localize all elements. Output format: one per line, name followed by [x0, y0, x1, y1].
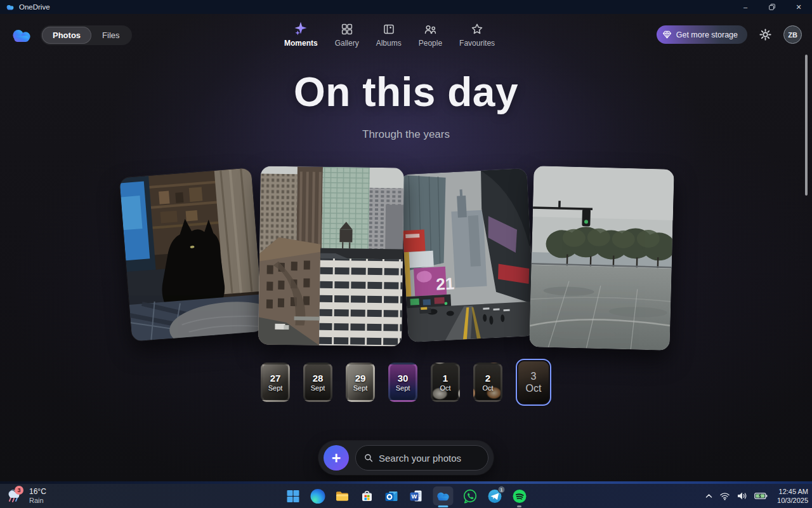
onedrive-logo-icon: [10, 29, 33, 43]
outlook-icon: [384, 488, 400, 504]
taskbar-edge[interactable]: [310, 488, 326, 504]
search-icon: [364, 453, 373, 463]
settings-gear-icon[interactable]: [759, 29, 771, 41]
date-card-28-sept[interactable]: 28 Sept: [303, 363, 332, 402]
clock[interactable]: 12:45 AM 10/3/2025: [775, 487, 808, 505]
spotify-icon: [512, 489, 527, 504]
tray-time: 12:45 AM: [777, 487, 808, 496]
window-title: OneDrive: [19, 3, 50, 11]
taskbar-telegram[interactable]: 1: [487, 488, 503, 504]
nav-albums[interactable]: Albums: [376, 22, 402, 48]
nav-favourites[interactable]: Favourites: [459, 22, 495, 48]
city-buildings-photo: [258, 166, 404, 346]
date-card-27-sept[interactable]: 27 Sept: [261, 363, 290, 402]
maximize-button[interactable]: [759, 0, 785, 14]
date-card-2-oct[interactable]: 2 Oct: [473, 363, 502, 402]
battery-charging-icon[interactable]: [754, 491, 768, 500]
taskbar-file-explorer[interactable]: [334, 488, 351, 504]
taskbar-word[interactable]: W: [409, 488, 425, 504]
taskbar-outlook[interactable]: [384, 488, 400, 504]
get-more-storage-label: Get more storage: [676, 30, 738, 39]
taskbar-whatsapp[interactable]: [462, 488, 478, 504]
telegram-badge: 1: [498, 486, 506, 493]
onedrive-app-window: Photos Files Moments: [0, 14, 812, 484]
weather-condition: Rain: [29, 497, 46, 505]
sparkle-icon: [294, 22, 308, 36]
microsoft-store-icon: [360, 489, 374, 503]
volume-icon[interactable]: [737, 491, 747, 500]
nav-favourites-label: Favourites: [459, 39, 495, 48]
restore-icon: [769, 4, 775, 10]
onedrive-mini-cloud-icon: [6, 4, 15, 10]
nav-gallery[interactable]: Gallery: [335, 22, 359, 48]
date-strip: 27 Sept 28 Sept 29 Sept 30 Sept 1 Oct 2 …: [0, 359, 812, 406]
taskbar-store[interactable]: [359, 488, 376, 504]
gallery-grid-icon: [341, 23, 353, 36]
date-card-30-sept[interactable]: 30 Sept: [388, 363, 417, 402]
taskbar-apps: W: [285, 484, 528, 508]
date-month: Sept: [268, 384, 283, 392]
date-month: Sept: [396, 384, 410, 392]
people-icon: [424, 23, 437, 36]
title-bar: OneDrive – ✕: [0, 0, 812, 14]
search-input[interactable]: [379, 453, 480, 464]
date-day: 1: [443, 373, 448, 384]
nav-gallery-label: Gallery: [335, 39, 359, 48]
windows-logo-icon: [286, 490, 299, 503]
minimize-button[interactable]: –: [732, 0, 759, 14]
window-controls: – ✕: [732, 0, 812, 14]
windows-taskbar: 3 16°C Rain: [0, 484, 812, 508]
billboard-number: 21: [436, 274, 455, 293]
album-book-icon: [383, 23, 395, 36]
nav-albums-label: Albums: [376, 39, 402, 48]
floating-search-bar: +: [318, 441, 494, 475]
nav-people-label: People: [419, 39, 442, 48]
get-more-storage-button[interactable]: Get more storage: [657, 25, 747, 44]
toggle-photos[interactable]: Photos: [42, 27, 91, 44]
wifi-icon[interactable]: [719, 492, 730, 500]
date-month: Oct: [526, 383, 542, 394]
word-letter: W: [412, 493, 417, 500]
nav-moments-label: Moments: [284, 39, 318, 48]
date-day: 27: [270, 373, 281, 384]
date-card-3-oct-selected[interactable]: 3 Oct: [516, 359, 551, 406]
nav-people[interactable]: People: [419, 22, 442, 48]
app-header: Photos Files Moments: [0, 19, 812, 56]
taskbar-onedrive-active[interactable]: [433, 486, 454, 505]
cat-photo: [119, 168, 264, 342]
photo-card-buildings[interactable]: [258, 166, 404, 346]
date-day: 28: [313, 373, 324, 384]
photo-card-cat[interactable]: [119, 168, 264, 342]
screen: OneDrive – ✕ Photos: [0, 0, 812, 508]
folder-icon: [335, 488, 350, 504]
search-field[interactable]: [355, 445, 488, 471]
nav-moments[interactable]: Moments: [284, 22, 318, 48]
onedrive-cloud-icon: [436, 491, 451, 501]
date-card-29-sept[interactable]: 29 Sept: [346, 363, 375, 402]
date-month: Sept: [353, 384, 368, 392]
photos-files-toggle: Photos Files: [41, 25, 132, 45]
date-month: Oct: [440, 384, 450, 392]
taskbar-spotify[interactable]: [511, 488, 528, 504]
gem-icon: [662, 30, 672, 39]
tray-date: 10/3/2025: [777, 496, 808, 505]
weather-temperature: 16°C: [29, 487, 46, 496]
date-day: 30: [398, 373, 409, 384]
add-photos-button[interactable]: +: [324, 445, 349, 471]
close-button[interactable]: ✕: [785, 0, 812, 14]
primary-nav: Moments Gallery: [284, 22, 495, 48]
date-card-1-oct[interactable]: 1 Oct: [431, 363, 460, 402]
start-button[interactable]: [285, 488, 301, 504]
system-tray: 12:45 AM 10/3/2025: [705, 484, 808, 508]
photo-card-rainy-plaza[interactable]: [529, 166, 674, 351]
times-square-photo: 21: [400, 168, 535, 342]
photo-stage: 21: [0, 14, 812, 484]
tray-chevron-up-icon[interactable]: [705, 493, 712, 498]
taskbar-weather-widget[interactable]: 3 16°C Rain: [6, 486, 46, 506]
date-month: Oct: [482, 384, 493, 392]
account-avatar[interactable]: ZB: [783, 25, 802, 44]
toggle-files[interactable]: Files: [91, 27, 130, 44]
scrollbar-thumb[interactable]: [805, 55, 808, 196]
photo-card-times-square[interactable]: 21: [400, 168, 535, 342]
date-month: Sept: [311, 384, 325, 392]
